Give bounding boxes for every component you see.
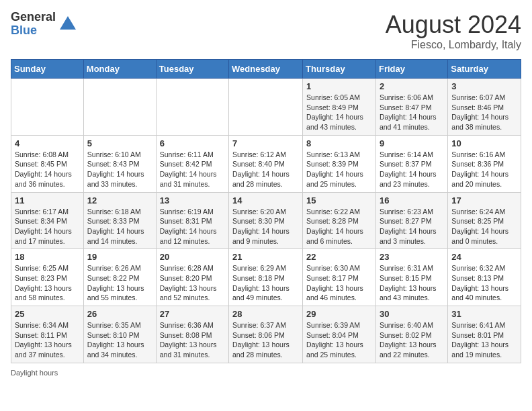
- day-of-week-thursday: Thursday: [303, 60, 376, 79]
- day-info: Sunrise: 6:12 AM Sunset: 8:40 PM Dayligh…: [232, 150, 299, 189]
- day-info: Sunrise: 6:07 AM Sunset: 8:46 PM Dayligh…: [451, 93, 517, 132]
- day-number: 17: [451, 195, 517, 205]
- calendar-week-row: 11Sunrise: 6:17 AM Sunset: 8:34 PM Dayli…: [11, 192, 521, 249]
- calendar-cell: 31Sunrise: 6:41 AM Sunset: 8:01 PM Dayli…: [448, 306, 521, 363]
- calendar-cell: 15Sunrise: 6:22 AM Sunset: 8:28 PM Dayli…: [303, 192, 376, 249]
- day-number: 4: [15, 138, 80, 148]
- month-year-title: August 2024: [386, 11, 521, 39]
- day-number: 8: [306, 138, 372, 148]
- calendar-cell: [229, 79, 303, 136]
- logo-general-text: General: [11, 11, 56, 24]
- calendar-cell: [11, 79, 84, 136]
- day-number: 22: [306, 252, 372, 262]
- day-info: Sunrise: 6:31 AM Sunset: 8:15 PM Dayligh…: [380, 263, 444, 303]
- calendar-cell: 23Sunrise: 6:31 AM Sunset: 8:15 PM Dayli…: [375, 249, 447, 306]
- day-info: Sunrise: 6:30 AM Sunset: 8:17 PM Dayligh…: [306, 263, 372, 303]
- day-info: Sunrise: 6:18 AM Sunset: 8:33 PM Dayligh…: [87, 207, 152, 246]
- day-info: Sunrise: 6:13 AM Sunset: 8:39 PM Dayligh…: [306, 150, 372, 189]
- calendar-cell: 30Sunrise: 6:40 AM Sunset: 8:02 PM Dayli…: [375, 306, 447, 363]
- calendar-cell: 12Sunrise: 6:18 AM Sunset: 8:33 PM Dayli…: [83, 192, 156, 249]
- calendar-table: SundayMondayTuesdayWednesdayThursdayFrid…: [11, 59, 521, 363]
- day-info: Sunrise: 6:28 AM Sunset: 8:20 PM Dayligh…: [160, 263, 225, 303]
- day-info: Sunrise: 6:11 AM Sunset: 8:42 PM Dayligh…: [160, 150, 225, 189]
- logo: General Blue: [11, 11, 77, 38]
- logo-blue-text: Blue: [11, 24, 56, 38]
- page-header: General Blue August 2024 Fiesco, Lombard…: [11, 11, 521, 51]
- day-info: Sunrise: 6:35 AM Sunset: 8:10 PM Dayligh…: [87, 320, 152, 360]
- calendar-cell: 1Sunrise: 6:05 AM Sunset: 8:49 PM Daylig…: [303, 79, 376, 136]
- calendar-cell: 13Sunrise: 6:19 AM Sunset: 8:31 PM Dayli…: [156, 192, 228, 249]
- day-number: 12: [87, 195, 152, 205]
- calendar-week-row: 4Sunrise: 6:08 AM Sunset: 8:45 PM Daylig…: [11, 135, 521, 192]
- calendar-cell: 28Sunrise: 6:37 AM Sunset: 8:06 PM Dayli…: [229, 306, 303, 363]
- logo-icon: [58, 15, 77, 34]
- day-number: 29: [306, 309, 372, 319]
- day-number: 13: [160, 195, 225, 205]
- day-number: 24: [451, 252, 517, 262]
- calendar-cell: 10Sunrise: 6:16 AM Sunset: 8:36 PM Dayli…: [448, 135, 521, 192]
- day-number: 1: [306, 81, 372, 91]
- day-number: 25: [15, 309, 80, 319]
- calendar-cell: 26Sunrise: 6:35 AM Sunset: 8:10 PM Dayli…: [83, 306, 156, 363]
- calendar-cell: 17Sunrise: 6:24 AM Sunset: 8:25 PM Dayli…: [448, 192, 521, 249]
- day-number: 6: [160, 138, 225, 148]
- day-number: 21: [232, 252, 299, 262]
- day-number: 7: [232, 138, 299, 148]
- day-of-week-saturday: Saturday: [448, 60, 521, 79]
- footer-note: Daylight hours: [11, 369, 521, 377]
- day-info: Sunrise: 6:10 AM Sunset: 8:43 PM Dayligh…: [87, 150, 152, 189]
- calendar-cell: 14Sunrise: 6:20 AM Sunset: 8:30 PM Dayli…: [229, 192, 303, 249]
- day-info: Sunrise: 6:19 AM Sunset: 8:31 PM Dayligh…: [160, 207, 225, 246]
- day-number: 5: [87, 138, 152, 148]
- day-info: Sunrise: 6:14 AM Sunset: 8:37 PM Dayligh…: [380, 150, 444, 189]
- day-info: Sunrise: 6:29 AM Sunset: 8:18 PM Dayligh…: [232, 263, 299, 303]
- calendar-cell: 11Sunrise: 6:17 AM Sunset: 8:34 PM Dayli…: [11, 192, 84, 249]
- day-info: Sunrise: 6:08 AM Sunset: 8:45 PM Dayligh…: [15, 150, 80, 189]
- svg-marker-0: [60, 16, 76, 30]
- calendar-cell: 22Sunrise: 6:30 AM Sunset: 8:17 PM Dayli…: [303, 249, 376, 306]
- day-number: 11: [15, 195, 80, 205]
- day-number: 30: [380, 309, 444, 319]
- calendar-week-row: 18Sunrise: 6:25 AM Sunset: 8:23 PM Dayli…: [11, 249, 521, 306]
- day-info: Sunrise: 6:40 AM Sunset: 8:02 PM Dayligh…: [380, 320, 444, 360]
- day-info: Sunrise: 6:16 AM Sunset: 8:36 PM Dayligh…: [451, 150, 517, 189]
- calendar-cell: 7Sunrise: 6:12 AM Sunset: 8:40 PM Daylig…: [229, 135, 303, 192]
- location-subtitle: Fiesco, Lombardy, Italy: [386, 39, 521, 51]
- calendar-week-row: 25Sunrise: 6:34 AM Sunset: 8:11 PM Dayli…: [11, 306, 521, 363]
- day-info: Sunrise: 6:06 AM Sunset: 8:47 PM Dayligh…: [380, 93, 444, 132]
- day-info: Sunrise: 6:39 AM Sunset: 8:04 PM Dayligh…: [306, 320, 372, 360]
- calendar-cell: [156, 79, 228, 136]
- day-number: 26: [87, 309, 152, 319]
- day-number: 3: [451, 81, 517, 91]
- calendar-cell: 16Sunrise: 6:23 AM Sunset: 8:27 PM Dayli…: [375, 192, 447, 249]
- day-number: 16: [380, 195, 444, 205]
- calendar-cell: 27Sunrise: 6:36 AM Sunset: 8:08 PM Dayli…: [156, 306, 228, 363]
- day-of-week-sunday: Sunday: [11, 60, 84, 79]
- calendar-cell: 6Sunrise: 6:11 AM Sunset: 8:42 PM Daylig…: [156, 135, 228, 192]
- calendar-cell: 9Sunrise: 6:14 AM Sunset: 8:37 PM Daylig…: [375, 135, 447, 192]
- day-number: 10: [451, 138, 517, 148]
- day-info: Sunrise: 6:34 AM Sunset: 8:11 PM Dayligh…: [15, 320, 80, 360]
- day-number: 27: [160, 309, 225, 319]
- calendar-cell: 5Sunrise: 6:10 AM Sunset: 8:43 PM Daylig…: [83, 135, 156, 192]
- daylight-hours-label: Daylight hours: [11, 369, 58, 377]
- day-of-week-friday: Friday: [375, 60, 447, 79]
- day-of-week-monday: Monday: [83, 60, 156, 79]
- day-info: Sunrise: 6:36 AM Sunset: 8:08 PM Dayligh…: [160, 320, 225, 360]
- calendar-cell: 4Sunrise: 6:08 AM Sunset: 8:45 PM Daylig…: [11, 135, 84, 192]
- calendar-cell: 20Sunrise: 6:28 AM Sunset: 8:20 PM Dayli…: [156, 249, 228, 306]
- day-number: 9: [380, 138, 444, 148]
- day-info: Sunrise: 6:37 AM Sunset: 8:06 PM Dayligh…: [232, 320, 299, 360]
- calendar-cell: 19Sunrise: 6:26 AM Sunset: 8:22 PM Dayli…: [83, 249, 156, 306]
- calendar-cell: 29Sunrise: 6:39 AM Sunset: 8:04 PM Dayli…: [303, 306, 376, 363]
- calendar-cell: 2Sunrise: 6:06 AM Sunset: 8:47 PM Daylig…: [375, 79, 447, 136]
- day-info: Sunrise: 6:22 AM Sunset: 8:28 PM Dayligh…: [306, 207, 372, 246]
- day-number: 18: [15, 252, 80, 262]
- day-info: Sunrise: 6:32 AM Sunset: 8:13 PM Dayligh…: [451, 263, 517, 303]
- day-of-week-wednesday: Wednesday: [229, 60, 303, 79]
- calendar-cell: 21Sunrise: 6:29 AM Sunset: 8:18 PM Dayli…: [229, 249, 303, 306]
- day-number: 20: [160, 252, 225, 262]
- calendar-week-row: 1Sunrise: 6:05 AM Sunset: 8:49 PM Daylig…: [11, 79, 521, 136]
- day-number: 31: [451, 309, 517, 319]
- day-number: 19: [87, 252, 152, 262]
